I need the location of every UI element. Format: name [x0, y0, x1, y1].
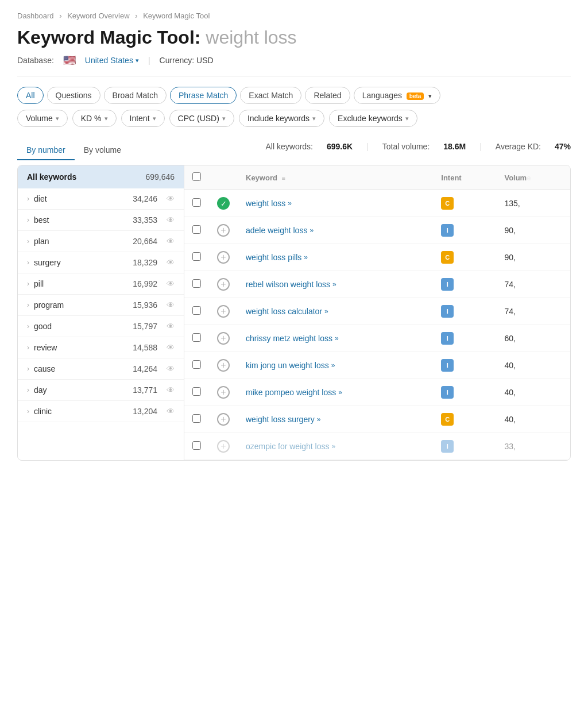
row-keyword-cell[interactable]: weight loss surgery »: [238, 406, 433, 433]
tab-related[interactable]: Related: [305, 87, 350, 104]
row-keyword-cell[interactable]: adele weight loss »: [238, 217, 433, 244]
row-checkbox-cell[interactable]: [184, 244, 209, 271]
row-checkbox[interactable]: [192, 198, 201, 207]
sidebar-item-pill[interactable]: › pill 16,992 👁: [18, 273, 184, 295]
add-keyword-icon[interactable]: +: [217, 251, 230, 264]
volume-filter[interactable]: Volume ▾: [17, 110, 68, 127]
sidebar-item-cause[interactable]: › cause 14,264 👁: [18, 358, 184, 380]
row-keyword-cell[interactable]: weight loss pills »: [238, 244, 433, 271]
eye-icon[interactable]: 👁: [167, 407, 175, 416]
tab-questions[interactable]: Questions: [47, 87, 100, 104]
eye-icon[interactable]: 👁: [167, 194, 175, 203]
eye-icon[interactable]: 👁: [167, 258, 175, 267]
sidebar-item-day[interactable]: › day 13,771 👁: [18, 380, 184, 401]
row-checkbox[interactable]: [192, 279, 201, 288]
row-add-cell[interactable]: +: [209, 244, 238, 271]
exclude-keywords-filter[interactable]: Exclude keywords ▾: [329, 110, 417, 127]
row-add-cell[interactable]: +: [209, 406, 238, 433]
breadcrumb-dashboard[interactable]: Dashboard: [17, 11, 54, 20]
sidebar-item-good[interactable]: › good 15,797 👁: [18, 316, 184, 337]
tab-all[interactable]: All: [17, 87, 44, 104]
add-keyword-icon[interactable]: +: [217, 305, 230, 318]
sidebar-item-program[interactable]: › program 15,936 👁: [18, 295, 184, 316]
row-keyword-cell[interactable]: rebel wilson weight loss »: [238, 271, 433, 298]
add-keyword-icon[interactable]: +: [217, 440, 230, 453]
row-checkbox-cell[interactable]: [184, 352, 209, 379]
row-add-cell[interactable]: +: [209, 298, 238, 325]
breadcrumb-keyword-overview[interactable]: Keyword Overview: [67, 11, 129, 20]
sidebar-item-best[interactable]: › best 33,353 👁: [18, 210, 184, 231]
eye-icon[interactable]: 👁: [167, 343, 175, 352]
add-keyword-icon[interactable]: +: [217, 413, 230, 426]
keyword-link[interactable]: rebel wilson weight loss »: [246, 280, 425, 289]
row-checkbox[interactable]: [192, 225, 201, 234]
row-checkbox-cell[interactable]: [184, 433, 209, 460]
eye-icon[interactable]: 👁: [167, 215, 175, 225]
row-checkbox-cell[interactable]: [184, 271, 209, 298]
keyword-link[interactable]: weight loss calculator »: [246, 307, 425, 316]
eye-icon[interactable]: 👁: [167, 322, 175, 331]
country-selector[interactable]: United States ▾: [85, 56, 139, 65]
select-all-checkbox[interactable]: [192, 172, 201, 181]
row-checkbox-cell[interactable]: [184, 379, 209, 406]
row-add-cell[interactable]: +: [209, 271, 238, 298]
keyword-link[interactable]: mike pompeo weight loss »: [246, 388, 425, 397]
cpc-filter[interactable]: CPC (USD) ▾: [169, 110, 234, 127]
row-add-cell[interactable]: +: [209, 379, 238, 406]
row-checkbox[interactable]: [192, 252, 201, 261]
keyword-link[interactable]: weight loss »: [246, 199, 425, 208]
sidebar-item-clinic[interactable]: › clinic 13,204 👁: [18, 401, 184, 422]
keyword-link[interactable]: ozempic for weight loss »: [246, 442, 425, 451]
include-keywords-filter[interactable]: Include keywords ▾: [239, 110, 324, 127]
tab-by-volume[interactable]: By volume: [75, 141, 130, 160]
tab-exact-match[interactable]: Exact Match: [240, 87, 301, 104]
row-checkbox-cell[interactable]: [184, 325, 209, 352]
row-keyword-cell[interactable]: weight loss calculator »: [238, 298, 433, 325]
eye-icon[interactable]: 👁: [167, 237, 175, 246]
add-keyword-icon[interactable]: +: [217, 386, 230, 399]
row-keyword-cell[interactable]: mike pompeo weight loss »: [238, 379, 433, 406]
keyword-link[interactable]: weight loss pills »: [246, 253, 425, 262]
row-add-cell[interactable]: +: [209, 325, 238, 352]
keyword-link[interactable]: weight loss surgery »: [246, 415, 425, 424]
sidebar-item-review[interactable]: › review 14,588 👁: [18, 337, 184, 358]
row-add-cell[interactable]: +: [209, 217, 238, 244]
eye-icon[interactable]: 👁: [167, 279, 175, 288]
keyword-added-icon[interactable]: ✓: [217, 197, 230, 210]
row-keyword-cell[interactable]: weight loss »: [238, 190, 433, 217]
row-add-cell[interactable]: +: [209, 352, 238, 379]
row-checkbox[interactable]: [192, 441, 201, 450]
kd-filter[interactable]: KD % ▾: [72, 110, 117, 127]
keyword-link[interactable]: adele weight loss »: [246, 226, 425, 235]
add-keyword-icon[interactable]: +: [217, 332, 230, 345]
add-keyword-icon[interactable]: +: [217, 359, 230, 372]
keyword-link[interactable]: chrissy metz weight loss »: [246, 334, 425, 343]
row-checkbox[interactable]: [192, 360, 201, 369]
row-add-cell[interactable]: ✓: [209, 190, 238, 217]
row-checkbox-cell[interactable]: [184, 217, 209, 244]
tab-by-number[interactable]: By number: [17, 141, 75, 160]
row-checkbox-cell[interactable]: [184, 406, 209, 433]
eye-icon[interactable]: 👁: [167, 385, 175, 395]
row-checkbox-cell[interactable]: [184, 190, 209, 217]
sidebar-item-surgery[interactable]: › surgery 18,329 👁: [18, 252, 184, 273]
eye-icon[interactable]: 👁: [167, 364, 175, 373]
add-keyword-icon[interactable]: +: [217, 278, 230, 291]
sidebar-item-diet[interactable]: › diet 34,246 👁: [18, 188, 184, 210]
tab-broad-match[interactable]: Broad Match: [104, 87, 167, 104]
sidebar-item-plan[interactable]: › plan 20,664 👁: [18, 231, 184, 252]
intent-filter[interactable]: Intent ▾: [121, 110, 165, 127]
tab-languages[interactable]: Languages beta ▾: [354, 87, 441, 104]
row-checkbox[interactable]: [192, 333, 201, 342]
row-checkbox[interactable]: [192, 306, 201, 315]
breadcrumb-keyword-magic[interactable]: Keyword Magic Tool: [143, 11, 210, 20]
eye-icon[interactable]: 👁: [167, 300, 175, 310]
add-keyword-icon[interactable]: +: [217, 224, 230, 237]
row-keyword-cell[interactable]: chrissy metz weight loss »: [238, 325, 433, 352]
tab-phrase-match[interactable]: Phrase Match: [170, 87, 237, 104]
row-checkbox-cell[interactable]: [184, 298, 209, 325]
row-add-cell[interactable]: +: [209, 433, 238, 460]
row-checkbox[interactable]: [192, 414, 201, 423]
row-keyword-cell[interactable]: kim jong un weight loss »: [238, 352, 433, 379]
row-checkbox[interactable]: [192, 387, 201, 396]
